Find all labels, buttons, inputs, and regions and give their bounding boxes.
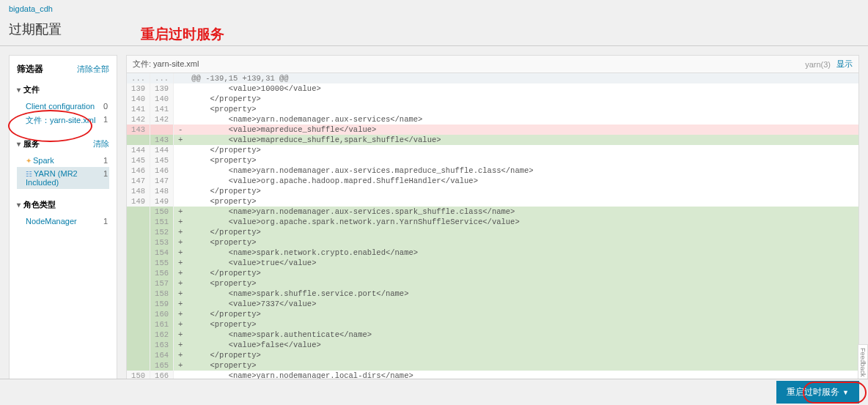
footer: 重启过时服务▼: [0, 379, 868, 405]
filter-toggle-services[interactable]: ▾服务 清除: [17, 137, 109, 151]
diff-row: 144144 </property>: [127, 145, 859, 155]
filter-item-client-config[interactable]: Client configuration0: [17, 100, 109, 113]
spark-icon: ✦: [26, 157, 32, 165]
chevron-down-icon: ▾: [17, 201, 21, 209]
sidebar: 筛选器 清除全部 ▾文件 Client configuration0 文件：ya…: [9, 55, 117, 405]
diff-row: 142142 <name>yarn.nodemanager.aux-servic…: [127, 114, 859, 125]
diff-row: 145145 <property>: [127, 155, 859, 166]
clear-all-link[interactable]: 清除全部: [77, 64, 109, 75]
filter-section-roletypes: ▾角色类型 NodeManager1: [17, 198, 109, 228]
diff-row: 155+ <value>true</value>: [127, 258, 859, 268]
caret-down-icon: ▼: [842, 389, 849, 396]
diff-row: 161+ <property>: [127, 319, 859, 330]
diff-row: 147147 <value>org.apache.hadoop.mapred.S…: [127, 176, 859, 186]
diff-row: 158+ <name>spark.shuffle.service.port</n…: [127, 289, 859, 299]
diff-row: 163+ <value>false</value>: [127, 340, 859, 350]
breadcrumb-cluster-link[interactable]: bigdata_cdh: [9, 4, 53, 13]
annotation-top: 重启过时服务: [141, 25, 224, 44]
diff-row: 150+ <name>yarn.nodemanager.aux-services…: [127, 207, 859, 217]
diff-row: 139139 <value>10000</value>: [127, 83, 859, 94]
filter-section-files: ▾文件 Client configuration0 文件：yarn-site.x…: [17, 83, 109, 128]
chevron-down-icon: ▾: [17, 86, 21, 94]
diff-row: 143- <value>mapreduce_shuffle</value>: [127, 125, 859, 135]
yarn-icon: ☷: [26, 170, 32, 178]
diff-row: 152+ </property>: [127, 227, 859, 237]
diff-row: 148148 </property>: [127, 186, 859, 196]
filter-title: 筛选器: [17, 63, 43, 75]
diff-row: 153+ <property>: [127, 237, 859, 248]
diff-row: 141141 <property>: [127, 104, 859, 114]
chevron-down-icon: ▾: [17, 140, 21, 148]
filter-toggle-roletypes[interactable]: ▾角色类型: [17, 198, 109, 212]
diff-row: 165+ <property>: [127, 360, 859, 371]
diff-row: 156+ </property>: [127, 268, 859, 278]
file-label: 文件: yarn-site.xml: [133, 59, 199, 70]
diff-row: 162+ <name>spark.authenticate</name>: [127, 330, 859, 340]
file-header: 文件: yarn-site.xml yarn(3) 显示: [126, 55, 859, 73]
diff-row: 160+ </property>: [127, 309, 859, 319]
filter-section-services: ▾服务 清除 ✦Spark1 ☷YARN (MR2 Included)1: [17, 137, 109, 189]
diff-row: 149149 <property>: [127, 196, 859, 207]
filter-item-yarn[interactable]: ☷YARN (MR2 Included)1: [17, 167, 109, 189]
diff-row: 140140 </property>: [127, 94, 859, 104]
diff-row: 159+ <value>7337</value>: [127, 299, 859, 309]
diff-row: 154+ <name>spark.network.crypto.enabled<…: [127, 248, 859, 258]
page-title: 过期配置: [0, 18, 868, 46]
diff-row: 164+ </property>: [127, 350, 859, 360]
main-content: 文件: yarn-site.xml yarn(3) 显示 ......@@ -1…: [126, 55, 859, 405]
diff-row: 143+ <value>mapreduce_shuffle,spark_shuf…: [127, 135, 859, 145]
filter-item-yarn-site[interactable]: 文件：yarn-site.xml1: [17, 113, 109, 128]
diff-row: 151+ <value>org.apache.spark.network.yar…: [127, 217, 859, 227]
diff-row: ......@@ -139,15 +139,31 @@: [127, 73, 859, 83]
clear-services-link[interactable]: 清除: [93, 138, 109, 149]
feedback-tab[interactable]: Feedback: [858, 344, 868, 381]
breadcrumb: bigdata_cdh: [0, 0, 868, 18]
yarn-count: yarn(3): [805, 60, 831, 69]
restart-stale-services-button[interactable]: 重启过时服务▼: [776, 381, 859, 404]
filter-toggle-files[interactable]: ▾文件: [17, 83, 109, 97]
filter-item-spark[interactable]: ✦Spark1: [17, 154, 109, 167]
diff-row: 146146 <name>yarn.nodemanager.aux-servic…: [127, 166, 859, 176]
diff-row: 157+ <property>: [127, 278, 859, 289]
diff-table: ......@@ -139,15 +139,31 @@139139 <value…: [126, 73, 859, 405]
toggle-show-link[interactable]: 显示: [836, 59, 853, 70]
filter-item-nodemanager[interactable]: NodeManager1: [17, 215, 109, 228]
